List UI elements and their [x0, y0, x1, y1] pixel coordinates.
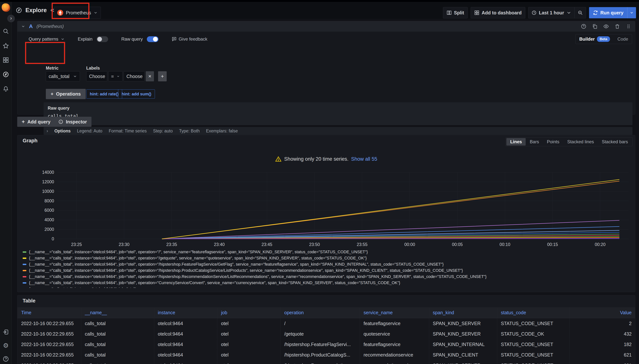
- chevron-down-icon: [94, 11, 98, 15]
- graph-mode-bars[interactable]: Bars: [526, 138, 543, 146]
- column-header-service-name[interactable]: service_name: [360, 307, 429, 318]
- column-header-instance[interactable]: instance: [154, 307, 217, 318]
- metric-select[interactable]: calls_total: [46, 71, 80, 81]
- inspector-button[interactable]: Inspector: [54, 117, 92, 127]
- collapse-chevron-icon[interactable]: [21, 24, 25, 28]
- table-cell: STATUS_CODE_UNSET: [497, 360, 569, 364]
- run-query-button[interactable]: Run query: [589, 7, 636, 18]
- table-cell: 2022-10-16 00:22:29.655: [18, 329, 81, 339]
- add-to-dashboard-button[interactable]: Add to dashboard: [471, 7, 525, 18]
- query-row-header: A (Prometheus): [18, 21, 635, 32]
- column-header-status-code[interactable]: status_code: [497, 307, 569, 318]
- legend-series-label: {__name__="calls_total", instance="otelc…: [29, 287, 142, 288]
- sidebar-expand-button[interactable]: ›: [7, 14, 15, 22]
- refresh-icon: [593, 10, 598, 15]
- legend-item-5[interactable]: {__name__="calls_total", instance="otelc…: [23, 274, 632, 280]
- delete-query-trash-icon[interactable]: [614, 24, 620, 29]
- legend-swatch: [23, 282, 26, 284]
- svg-text:00:05: 00:05: [452, 242, 463, 247]
- builder-mode-tab[interactable]: Builder Beta: [576, 34, 614, 44]
- hint-add-sum-button[interactable]: hint: add sum(): [118, 90, 155, 98]
- graph-mode-stacked-lines[interactable]: Stacked lines: [564, 138, 598, 146]
- query-options-row[interactable]: › Options Legend: AutoFormat: Time serie…: [44, 127, 632, 135]
- svg-text:23:45: 23:45: [262, 242, 272, 247]
- legend-series-label: {__name__="calls_total", instance="otelc…: [29, 268, 463, 273]
- prometheus-icon: [57, 10, 64, 16]
- add-query-button[interactable]: + Add query: [17, 117, 55, 127]
- search-icon[interactable]: [2, 28, 9, 34]
- chevron-down-icon: [60, 37, 65, 41]
- give-feedback-link[interactable]: Give feedback: [172, 36, 207, 42]
- legend-item-overflow[interactable]: {__name__="calls_total", instance="otelc…: [23, 286, 632, 288]
- label-value-select[interactable]: Choose: [124, 71, 144, 81]
- comment-icon: [172, 36, 177, 42]
- split-button[interactable]: Split: [443, 7, 468, 18]
- legend-item-1[interactable]: {__name__="calls_total", instance="otelc…: [23, 249, 632, 255]
- legend-item-3[interactable]: {__name__="calls_total", instance="otelc…: [23, 261, 632, 268]
- settings-gear-icon[interactable]: ⚙: [2, 342, 9, 349]
- grafana-logo[interactable]: [2, 3, 10, 12]
- graph-mode-stacked-bars[interactable]: Stacked bars: [598, 138, 632, 146]
- legend-swatch: [23, 276, 26, 278]
- query-help-icon[interactable]: [581, 24, 586, 29]
- hide-query-eye-icon[interactable]: [603, 24, 609, 29]
- raw-query-value: calls_total: [48, 113, 628, 119]
- svg-text:0: 0: [52, 236, 54, 241]
- graph-mode-lines[interactable]: Lines: [506, 138, 526, 146]
- alerting-bell-icon[interactable]: [2, 86, 9, 92]
- explain-toggle[interactable]: [96, 36, 108, 42]
- column-header-time[interactable]: Time: [18, 307, 81, 318]
- table-row: 2022-10-16 00:22:29.655calls_totalotelco…: [18, 339, 635, 350]
- table-cell: otelcol:9464: [154, 350, 217, 360]
- star-icon[interactable]: [2, 43, 9, 49]
- legend-item-4[interactable]: {__name__="calls_total", instance="otelc…: [23, 268, 632, 274]
- drag-handle-icon[interactable]: [626, 24, 631, 29]
- time-picker-group: Last 1 hour: [528, 7, 586, 18]
- remove-label-button[interactable]: ×: [146, 71, 154, 81]
- svg-text:12000: 12000: [42, 180, 54, 184]
- browser-top-strip: [0, 0, 639, 2]
- table-cell: 2022-10-16 00:22:29.655: [18, 339, 81, 350]
- table-cell: featureflagservice: [360, 318, 429, 329]
- column-header-value[interactable]: Value: [569, 307, 635, 318]
- sign-in-icon[interactable]: [2, 329, 9, 335]
- chevron-down-icon: [116, 74, 120, 78]
- table-cell: calls_total: [81, 329, 154, 339]
- label-operator-select[interactable]: =: [108, 71, 122, 81]
- explore-compass-icon[interactable]: [2, 71, 9, 78]
- time-range-button[interactable]: Last 1 hour: [528, 7, 575, 18]
- graph-mode-points[interactable]: Points: [543, 138, 563, 146]
- raw-query-toggle[interactable]: [147, 36, 158, 42]
- legend-item-2[interactable]: {__name__="calls_total", instance="otelc…: [23, 255, 632, 261]
- table-cell: STATUS_CODE_UNSET: [497, 350, 569, 360]
- svg-text:23:55: 23:55: [357, 242, 368, 247]
- column-header-operation[interactable]: operation: [280, 307, 360, 318]
- labels-label: Labels: [86, 66, 100, 71]
- table-cell: SPAN_KIND_SERVER: [429, 318, 497, 329]
- svg-text:6000: 6000: [44, 208, 54, 213]
- help-icon[interactable]: [2, 356, 9, 362]
- datasource-picker[interactable]: Prometheus: [54, 7, 101, 19]
- run-query-dropdown[interactable]: [627, 7, 636, 18]
- metric-label: Metric: [46, 66, 58, 71]
- add-label-button[interactable]: +: [158, 71, 167, 81]
- column-header-job[interactable]: job: [217, 307, 280, 318]
- dashboards-icon[interactable]: [2, 57, 9, 63]
- code-mode-tab[interactable]: Code: [614, 34, 632, 44]
- hint-add-rate-button[interactable]: hint: add rate(): [86, 90, 122, 98]
- duplicate-query-icon[interactable]: [592, 24, 598, 29]
- zoom-out-button[interactable]: [574, 7, 586, 18]
- column-header--name-[interactable]: __name__: [81, 307, 154, 318]
- table-cell: STATUS_CODE_OK: [497, 329, 569, 339]
- query-option-summary: Exemplars: false: [206, 128, 238, 134]
- query-patterns-dropdown[interactable]: Query patterns: [28, 36, 65, 42]
- label-key-select[interactable]: Choose: [86, 71, 107, 81]
- legend-item-6[interactable]: {__name__="calls_total", instance="otelc…: [23, 280, 632, 286]
- add-operation-button[interactable]: + Operations: [46, 89, 86, 99]
- table-cell: 2: [569, 318, 635, 329]
- raw-query-label: Raw query: [121, 36, 143, 42]
- column-header-span-kind[interactable]: span_kind: [429, 307, 497, 318]
- query-option-summary: Format: Time series: [109, 128, 147, 134]
- time-series-chart[interactable]: 0200040006000800010000120001400023:2523:…: [23, 168, 630, 249]
- show-all-series-link[interactable]: Show all 55: [351, 156, 377, 162]
